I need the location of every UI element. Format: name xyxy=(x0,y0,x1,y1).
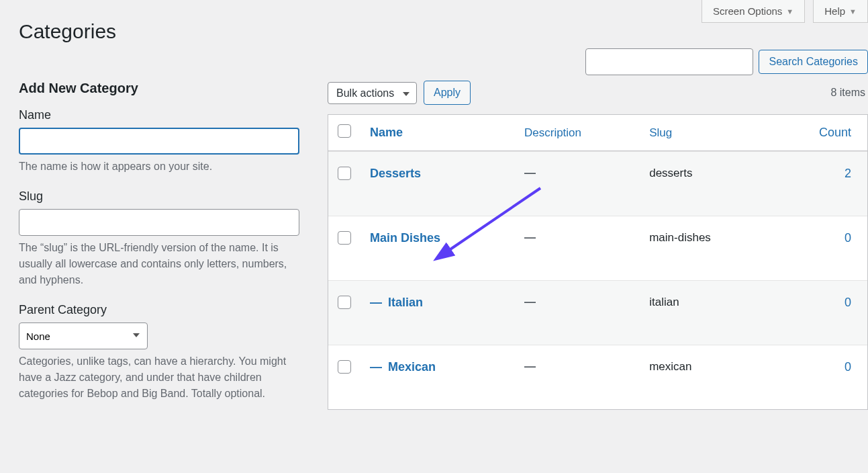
category-slug: main-dishes xyxy=(640,216,772,280)
slug-input[interactable] xyxy=(19,209,299,236)
slug-label: Slug xyxy=(19,189,307,204)
help-button[interactable]: Help ▼ xyxy=(813,0,868,23)
category-slug: italian xyxy=(640,280,772,345)
search-categories-button[interactable]: Search Categories xyxy=(759,50,868,74)
category-description: — xyxy=(524,296,536,308)
screen-options-label: Screen Options xyxy=(713,5,782,17)
chevron-down-icon: ▼ xyxy=(786,7,793,15)
sort-slug[interactable]: Slug xyxy=(649,126,672,139)
bulk-actions-select[interactable]: Bulk actions xyxy=(328,82,417,104)
search-input[interactable] xyxy=(585,48,753,75)
table-row: Desserts—desserts2 xyxy=(328,151,867,216)
sort-description[interactable]: Description xyxy=(524,126,581,139)
category-name-link[interactable]: Desserts xyxy=(370,167,421,180)
category-count-link[interactable]: 0 xyxy=(845,231,851,245)
category-slug: mexican xyxy=(640,345,772,409)
screen-options-button[interactable]: Screen Options ▼ xyxy=(702,0,805,23)
table-row: — Mexican—mexican0 xyxy=(328,345,867,409)
category-slug: desserts xyxy=(640,151,772,216)
row-checkbox[interactable] xyxy=(338,231,351,245)
name-label: Name xyxy=(19,108,307,122)
sort-count[interactable]: Count xyxy=(819,126,851,139)
parent-category-select[interactable]: None xyxy=(19,322,148,349)
row-checkbox[interactable] xyxy=(338,360,351,374)
row-checkbox[interactable] xyxy=(338,167,351,180)
select-all-checkbox[interactable] xyxy=(338,124,351,138)
category-name-link[interactable]: — Mexican xyxy=(370,360,436,374)
row-checkbox[interactable] xyxy=(338,296,351,309)
category-count-link[interactable]: 0 xyxy=(845,296,851,309)
parent-category-label: Parent Category xyxy=(19,303,307,317)
apply-button[interactable]: Apply xyxy=(424,81,471,105)
category-count-link[interactable]: 2 xyxy=(845,167,851,180)
add-new-category-heading: Add New Category xyxy=(19,81,307,96)
slug-help: The “slug” is the URL-friendly version o… xyxy=(19,240,299,288)
category-description: — xyxy=(524,167,536,179)
category-description: — xyxy=(524,360,536,373)
items-count: 8 items xyxy=(830,87,868,99)
categories-table: Name Description Slug Count Desserts—des… xyxy=(328,114,868,410)
page-title: Categories xyxy=(19,20,868,43)
chevron-down-icon: ▼ xyxy=(849,7,857,15)
category-name-link[interactable]: — Italian xyxy=(370,296,423,309)
name-help: The name is how it appears on your site. xyxy=(19,159,299,175)
category-count-link[interactable]: 0 xyxy=(845,360,851,374)
table-row: Main Dishes—main-dishes0 xyxy=(328,216,867,280)
category-name-link[interactable]: Main Dishes xyxy=(370,231,440,245)
help-label: Help xyxy=(824,5,845,17)
sort-name[interactable]: Name xyxy=(370,126,403,139)
table-row: — Italian—italian0 xyxy=(328,280,867,345)
category-description: — xyxy=(524,231,536,244)
name-input[interactable] xyxy=(19,128,299,155)
parent-category-help: Categories, unlike tags, can have a hier… xyxy=(19,353,299,402)
